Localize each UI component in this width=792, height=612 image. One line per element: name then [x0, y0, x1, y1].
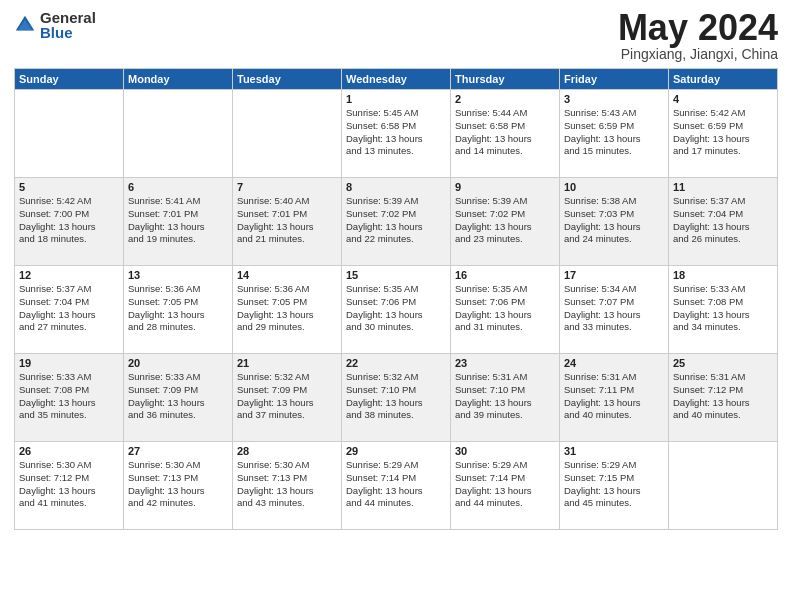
day-number: 17 [564, 269, 664, 281]
day-info: Sunrise: 5:34 AM Sunset: 7:07 PM Dayligh… [564, 283, 664, 334]
table-row: 26Sunrise: 5:30 AM Sunset: 7:12 PM Dayli… [15, 442, 124, 530]
col-saturday: Saturday [669, 69, 778, 90]
table-row: 5Sunrise: 5:42 AM Sunset: 7:00 PM Daylig… [15, 178, 124, 266]
day-info: Sunrise: 5:30 AM Sunset: 7:13 PM Dayligh… [128, 459, 228, 510]
table-row: 16Sunrise: 5:35 AM Sunset: 7:06 PM Dayli… [451, 266, 560, 354]
col-monday: Monday [124, 69, 233, 90]
table-row [15, 90, 124, 178]
day-number: 20 [128, 357, 228, 369]
table-row: 6Sunrise: 5:41 AM Sunset: 7:01 PM Daylig… [124, 178, 233, 266]
day-info: Sunrise: 5:45 AM Sunset: 6:58 PM Dayligh… [346, 107, 446, 158]
table-row: 28Sunrise: 5:30 AM Sunset: 7:13 PM Dayli… [233, 442, 342, 530]
day-info: Sunrise: 5:29 AM Sunset: 7:14 PM Dayligh… [455, 459, 555, 510]
table-row: 14Sunrise: 5:36 AM Sunset: 7:05 PM Dayli… [233, 266, 342, 354]
table-row: 7Sunrise: 5:40 AM Sunset: 7:01 PM Daylig… [233, 178, 342, 266]
day-number: 6 [128, 181, 228, 193]
calendar-row: 26Sunrise: 5:30 AM Sunset: 7:12 PM Dayli… [15, 442, 778, 530]
day-info: Sunrise: 5:40 AM Sunset: 7:01 PM Dayligh… [237, 195, 337, 246]
table-row: 27Sunrise: 5:30 AM Sunset: 7:13 PM Dayli… [124, 442, 233, 530]
day-number: 26 [19, 445, 119, 457]
calendar-row: 5Sunrise: 5:42 AM Sunset: 7:00 PM Daylig… [15, 178, 778, 266]
table-row: 10Sunrise: 5:38 AM Sunset: 7:03 PM Dayli… [560, 178, 669, 266]
day-info: Sunrise: 5:29 AM Sunset: 7:14 PM Dayligh… [346, 459, 446, 510]
day-info: Sunrise: 5:30 AM Sunset: 7:12 PM Dayligh… [19, 459, 119, 510]
title-month: May 2024 [618, 10, 778, 46]
day-info: Sunrise: 5:32 AM Sunset: 7:10 PM Dayligh… [346, 371, 446, 422]
col-friday: Friday [560, 69, 669, 90]
day-number: 10 [564, 181, 664, 193]
day-number: 8 [346, 181, 446, 193]
day-number: 1 [346, 93, 446, 105]
day-number: 31 [564, 445, 664, 457]
day-number: 25 [673, 357, 773, 369]
day-info: Sunrise: 5:38 AM Sunset: 7:03 PM Dayligh… [564, 195, 664, 246]
table-row: 24Sunrise: 5:31 AM Sunset: 7:11 PM Dayli… [560, 354, 669, 442]
day-number: 18 [673, 269, 773, 281]
calendar-body: 1Sunrise: 5:45 AM Sunset: 6:58 PM Daylig… [15, 90, 778, 530]
table-row: 29Sunrise: 5:29 AM Sunset: 7:14 PM Dayli… [342, 442, 451, 530]
day-info: Sunrise: 5:33 AM Sunset: 7:09 PM Dayligh… [128, 371, 228, 422]
day-info: Sunrise: 5:36 AM Sunset: 7:05 PM Dayligh… [128, 283, 228, 334]
table-row: 2Sunrise: 5:44 AM Sunset: 6:58 PM Daylig… [451, 90, 560, 178]
table-row: 23Sunrise: 5:31 AM Sunset: 7:10 PM Dayli… [451, 354, 560, 442]
calendar-row: 12Sunrise: 5:37 AM Sunset: 7:04 PM Dayli… [15, 266, 778, 354]
day-info: Sunrise: 5:35 AM Sunset: 7:06 PM Dayligh… [346, 283, 446, 334]
day-info: Sunrise: 5:30 AM Sunset: 7:13 PM Dayligh… [237, 459, 337, 510]
table-row: 11Sunrise: 5:37 AM Sunset: 7:04 PM Dayli… [669, 178, 778, 266]
day-info: Sunrise: 5:43 AM Sunset: 6:59 PM Dayligh… [564, 107, 664, 158]
day-number: 4 [673, 93, 773, 105]
table-row: 8Sunrise: 5:39 AM Sunset: 7:02 PM Daylig… [342, 178, 451, 266]
table-row [124, 90, 233, 178]
day-info: Sunrise: 5:31 AM Sunset: 7:12 PM Dayligh… [673, 371, 773, 422]
day-number: 14 [237, 269, 337, 281]
calendar-header-row: Sunday Monday Tuesday Wednesday Thursday… [15, 69, 778, 90]
day-number: 30 [455, 445, 555, 457]
day-info: Sunrise: 5:37 AM Sunset: 7:04 PM Dayligh… [19, 283, 119, 334]
day-number: 16 [455, 269, 555, 281]
day-info: Sunrise: 5:41 AM Sunset: 7:01 PM Dayligh… [128, 195, 228, 246]
table-row: 3Sunrise: 5:43 AM Sunset: 6:59 PM Daylig… [560, 90, 669, 178]
calendar-table: Sunday Monday Tuesday Wednesday Thursday… [14, 68, 778, 530]
logo-text: General Blue [40, 10, 96, 40]
logo-icon [14, 14, 36, 36]
day-number: 24 [564, 357, 664, 369]
day-number: 12 [19, 269, 119, 281]
table-row: 19Sunrise: 5:33 AM Sunset: 7:08 PM Dayli… [15, 354, 124, 442]
logo: General Blue [14, 10, 96, 40]
day-number: 9 [455, 181, 555, 193]
day-info: Sunrise: 5:35 AM Sunset: 7:06 PM Dayligh… [455, 283, 555, 334]
logo-blue-text: Blue [40, 25, 96, 40]
day-number: 11 [673, 181, 773, 193]
day-number: 13 [128, 269, 228, 281]
calendar-row: 19Sunrise: 5:33 AM Sunset: 7:08 PM Dayli… [15, 354, 778, 442]
table-row: 30Sunrise: 5:29 AM Sunset: 7:14 PM Dayli… [451, 442, 560, 530]
col-thursday: Thursday [451, 69, 560, 90]
day-number: 5 [19, 181, 119, 193]
day-number: 27 [128, 445, 228, 457]
day-info: Sunrise: 5:33 AM Sunset: 7:08 PM Dayligh… [673, 283, 773, 334]
table-row: 12Sunrise: 5:37 AM Sunset: 7:04 PM Dayli… [15, 266, 124, 354]
table-row: 1Sunrise: 5:45 AM Sunset: 6:58 PM Daylig… [342, 90, 451, 178]
day-number: 3 [564, 93, 664, 105]
day-info: Sunrise: 5:39 AM Sunset: 7:02 PM Dayligh… [455, 195, 555, 246]
table-row: 25Sunrise: 5:31 AM Sunset: 7:12 PM Dayli… [669, 354, 778, 442]
title-block: May 2024 Pingxiang, Jiangxi, China [618, 10, 778, 62]
table-row: 18Sunrise: 5:33 AM Sunset: 7:08 PM Dayli… [669, 266, 778, 354]
day-info: Sunrise: 5:39 AM Sunset: 7:02 PM Dayligh… [346, 195, 446, 246]
day-number: 23 [455, 357, 555, 369]
table-row: 31Sunrise: 5:29 AM Sunset: 7:15 PM Dayli… [560, 442, 669, 530]
table-row: 21Sunrise: 5:32 AM Sunset: 7:09 PM Dayli… [233, 354, 342, 442]
table-row: 9Sunrise: 5:39 AM Sunset: 7:02 PM Daylig… [451, 178, 560, 266]
day-info: Sunrise: 5:32 AM Sunset: 7:09 PM Dayligh… [237, 371, 337, 422]
day-number: 28 [237, 445, 337, 457]
table-row: 15Sunrise: 5:35 AM Sunset: 7:06 PM Dayli… [342, 266, 451, 354]
day-number: 21 [237, 357, 337, 369]
calendar-row: 1Sunrise: 5:45 AM Sunset: 6:58 PM Daylig… [15, 90, 778, 178]
day-number: 19 [19, 357, 119, 369]
day-number: 7 [237, 181, 337, 193]
table-row: 17Sunrise: 5:34 AM Sunset: 7:07 PM Dayli… [560, 266, 669, 354]
col-wednesday: Wednesday [342, 69, 451, 90]
table-row: 13Sunrise: 5:36 AM Sunset: 7:05 PM Dayli… [124, 266, 233, 354]
day-info: Sunrise: 5:42 AM Sunset: 6:59 PM Dayligh… [673, 107, 773, 158]
table-row: 20Sunrise: 5:33 AM Sunset: 7:09 PM Dayli… [124, 354, 233, 442]
